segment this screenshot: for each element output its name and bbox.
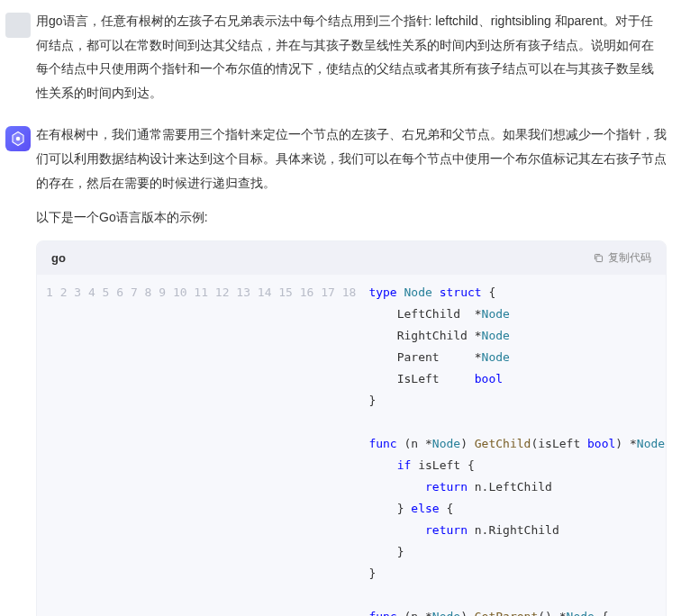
answer-row: 在有根树中，我们通常需要用三个指针来定位一个节点的左孩子、右兄弟和父节点。如果我…: [0, 113, 681, 616]
user-avatar-col: [0, 9, 36, 104]
copy-code-button[interactable]: 复制代码: [593, 250, 651, 266]
bot-avatar-col: [0, 122, 36, 616]
svg-point-0: [16, 137, 21, 141]
code-body: 1 2 3 4 5 6 7 8 9 10 11 12 13 14 15 16 1…: [37, 275, 666, 616]
question-text: 用go语言，任意有根树的左孩子右兄弟表示法中每个结点用到三个指针: leftch…: [36, 9, 665, 104]
answer-content: 在有根树中，我们通常需要用三个指针来定位一个节点的左孩子、右兄弟和父节点。如果我…: [36, 122, 667, 616]
user-avatar: [5, 13, 31, 38]
answer-paragraph-2: 以下是一个Go语言版本的示例:: [36, 205, 667, 230]
code-block: go 复制代码 1 2 3 4 5 6 7 8 9 10 11 12 13 14…: [36, 240, 667, 616]
copy-icon: [593, 252, 604, 264]
code-lines[interactable]: type Node struct { LeftChild *Node Right…: [368, 282, 667, 616]
bot-icon: [10, 131, 26, 147]
line-numbers: 1 2 3 4 5 6 7 8 9 10 11 12 13 14 15 16 1…: [37, 282, 368, 616]
code-header: go 复制代码: [37, 241, 666, 275]
question-content: 用go语言，任意有根树的左孩子右兄弟表示法中每个结点用到三个指针: leftch…: [36, 9, 681, 104]
answer-text: 在有根树中，我们通常需要用三个指针来定位一个节点的左孩子、右兄弟和父节点。如果我…: [36, 122, 667, 229]
svg-rect-1: [596, 256, 603, 262]
bot-avatar: [5, 126, 31, 151]
answer-paragraph-1: 在有根树中，我们通常需要用三个指针来定位一个节点的左孩子、右兄弟和父节点。如果我…: [36, 122, 667, 195]
code-language-label: go: [51, 251, 66, 265]
question-row: 用go语言，任意有根树的左孩子右兄弟表示法中每个结点用到三个指针: leftch…: [0, 0, 681, 113]
copy-label: 复制代码: [608, 250, 651, 266]
